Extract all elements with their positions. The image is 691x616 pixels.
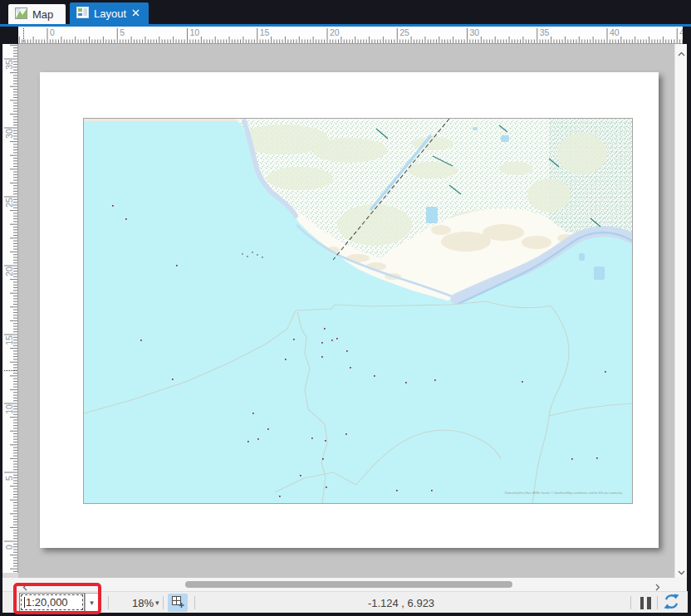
separator: [657, 596, 658, 609]
svg-text:35: 35: [540, 27, 550, 37]
svg-text:25: 25: [4, 198, 14, 208]
map-frame-content: Powered by Esri | Esri, HERE, Garmin, © …: [83, 118, 633, 504]
far-shore-strip: [84, 119, 242, 121]
pause-icon: [640, 597, 644, 609]
cursor-coordinates: -1.124 , 6.923: [318, 592, 484, 614]
status-bar: 1:20,000 ▾ 18% ▾: [2, 591, 688, 613]
coordinates-value: -1.124 , 6.923: [368, 597, 434, 609]
scroll-up-icon[interactable]: [677, 47, 686, 56]
separator: [163, 596, 164, 609]
svg-text:35: 35: [4, 60, 14, 70]
svg-text:25: 25: [399, 27, 409, 37]
svg-text:5: 5: [4, 476, 14, 481]
map-tab-icon: [15, 7, 27, 22]
vertical-ruler: 35302520151050: [2, 44, 18, 573]
scroll-down-icon[interactable]: [677, 565, 686, 574]
svg-text:5: 5: [120, 27, 125, 37]
svg-text:0: 0: [4, 545, 14, 550]
zoom-dropdown-button[interactable]: ▾: [155, 592, 165, 614]
snap-to-layout-button[interactable]: [168, 594, 188, 612]
map-frame[interactable]: Powered by Esri | Esri, HERE, Garmin, © …: [83, 118, 633, 504]
layout-tab-icon: [76, 7, 89, 21]
layout-page[interactable]: Powered by Esri | Esri, HERE, Garmin, © …: [40, 72, 659, 548]
horizontal-ruler: 051015202530354045: [18, 27, 683, 44]
svg-text:10: 10: [190, 27, 200, 37]
view-tab-bar: Map Layout: [0, 0, 691, 24]
horizontal-scroll-thumb[interactable]: [185, 581, 512, 588]
horizontal-scrollbar[interactable]: [2, 578, 687, 591]
svg-text:20: 20: [4, 266, 14, 276]
ruler-cursor-indicator-y: [4, 370, 18, 371]
tab-map[interactable]: Map: [8, 4, 66, 24]
chevron-down-icon: ▾: [155, 599, 159, 607]
separator: [108, 596, 109, 609]
zoom-value: 18%: [132, 597, 154, 609]
svg-text:15: 15: [260, 27, 270, 37]
svg-text:40: 40: [610, 27, 620, 37]
tab-map-label: Map: [32, 8, 53, 21]
zoom-level[interactable]: 18%: [117, 592, 154, 614]
annotation-highlight-box: [13, 583, 101, 614]
pause-drawing-button[interactable]: [637, 592, 654, 614]
grid-plus-icon: [171, 595, 184, 611]
ruler-cursor-indicator-x: [23, 28, 24, 44]
separator: [630, 596, 631, 609]
svg-text:15: 15: [4, 335, 14, 345]
svg-text:0: 0: [50, 27, 55, 37]
pause-icon: [647, 597, 651, 609]
refresh-icon: [663, 593, 680, 613]
scroll-right-icon[interactable]: [653, 580, 662, 589]
separator: [194, 596, 195, 609]
svg-text:10: 10: [4, 404, 14, 414]
layout-canvas[interactable]: Powered by Esri | Esri, HERE, Garmin, © …: [18, 44, 674, 578]
tab-layout-label: Layout: [94, 7, 126, 20]
map-attribution: Powered by Esri | Esri, HERE, Garmin, © …: [505, 491, 623, 495]
svg-text:45: 45: [679, 27, 683, 37]
arcgis-pro-layout-view: Map Layout 051015202530354045 3530252015…: [0, 0, 691, 616]
svg-text:30: 30: [4, 129, 14, 139]
refresh-view-button[interactable]: [661, 592, 681, 614]
vertical-scrollbar[interactable]: [674, 44, 687, 578]
svg-text:30: 30: [470, 27, 480, 37]
close-icon[interactable]: [131, 7, 140, 20]
svg-text:20: 20: [330, 27, 340, 37]
tab-layout[interactable]: Layout: [70, 2, 149, 24]
